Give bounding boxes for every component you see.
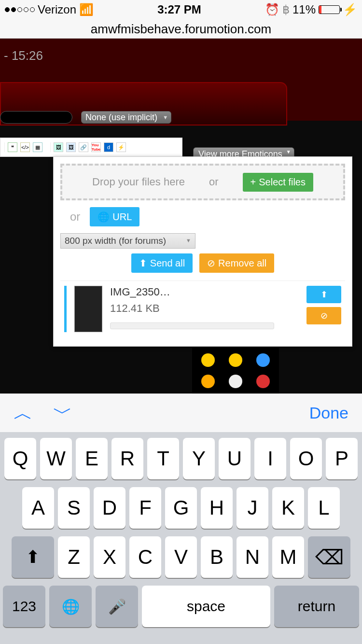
key-c[interactable]: C	[129, 536, 161, 578]
alarm-icon: ⏰	[265, 3, 279, 16]
send-all-button[interactable]: ⬆ Send all	[131, 253, 193, 273]
battery-icon	[319, 5, 340, 14]
file-accent-bar	[64, 286, 67, 332]
key-t[interactable]: T	[147, 438, 179, 479]
key-q[interactable]: Q	[4, 438, 36, 479]
key-r[interactable]: R	[111, 438, 143, 479]
globe-icon: 🌐	[62, 598, 80, 615]
youtube-icon[interactable]: YouTube	[91, 142, 101, 152]
numbers-key[interactable]: 123	[3, 586, 45, 627]
keyboard: QWERTYUIOP ASDFGHJKL ⬆ ZXCVBNM⌫ 123 🌐 🎤 …	[0, 432, 362, 644]
key-m[interactable]: M	[272, 536, 304, 578]
post-timestamp: - 15:26	[4, 48, 43, 63]
battery-percent: 11%	[292, 3, 316, 16]
clock: 3:27 PM	[157, 3, 201, 16]
charging-icon: ⚡	[343, 3, 357, 16]
emoji-sun[interactable]	[201, 375, 215, 388]
backspace-icon: ⌫	[315, 546, 344, 569]
key-o[interactable]: O	[290, 438, 322, 479]
cancel-icon: ⊘	[320, 310, 328, 321]
address-bar[interactable]: amwfmisbehave.forumotion.com	[0, 19, 362, 39]
or-label-2: or	[70, 210, 80, 224]
file-name: IMG_2350…	[110, 286, 299, 298]
upload-file-button[interactable]: ⬆	[306, 286, 341, 303]
next-field-button[interactable]: ﹀	[53, 400, 72, 426]
title-input[interactable]	[0, 111, 72, 124]
key-v[interactable]: V	[165, 536, 197, 578]
resize-select[interactable]: 800 px width (for forums)	[60, 233, 195, 249]
or-label: or	[209, 176, 219, 188]
key-u[interactable]: U	[219, 438, 251, 479]
emoji-sleep[interactable]	[256, 353, 270, 367]
key-d[interactable]: D	[94, 487, 125, 529]
editor-toolbar: ❝ </> ▦ 🖼 🖼 🔗 YouTube d ⚡	[0, 138, 182, 157]
emoji-smile[interactable]	[201, 353, 215, 367]
remove-file-button[interactable]: ⊘	[306, 307, 341, 324]
host-image-icon[interactable]: 🖼	[66, 142, 76, 152]
mic-icon: 🎤	[108, 598, 126, 615]
dropzone-label: Drop your files here	[92, 176, 185, 188]
dailymotion-icon[interactable]: d	[104, 142, 113, 152]
status-bar: Verizon 📶 3:27 PM ⏰ ฿ 11% ⚡	[0, 0, 362, 19]
shift-key[interactable]: ⬆	[12, 536, 54, 578]
select-files-button[interactable]: + Select files	[243, 173, 313, 192]
key-b[interactable]: B	[201, 536, 233, 578]
remove-all-label: Remove all	[218, 258, 266, 269]
key-x[interactable]: X	[94, 536, 125, 578]
key-g[interactable]: G	[165, 487, 197, 529]
color-select[interactable]: None (use implicit)	[81, 111, 171, 124]
plus-icon: +	[251, 177, 256, 188]
upload-icon: ⬆	[139, 257, 147, 269]
key-z[interactable]: Z	[58, 536, 90, 578]
key-e[interactable]: E	[76, 438, 108, 479]
key-j[interactable]: J	[237, 487, 268, 529]
url-button-label: URL	[112, 211, 132, 223]
send-all-label: Send all	[150, 258, 185, 269]
mic-key[interactable]: 🎤	[96, 586, 138, 627]
url-button[interactable]: 🌐 URL	[90, 207, 139, 226]
prev-field-button[interactable]: ︿	[14, 400, 33, 426]
flash-icon[interactable]: ⚡	[116, 142, 126, 152]
file-size: 112.41 KB	[110, 302, 299, 315]
key-h[interactable]: H	[201, 487, 233, 529]
file-item: IMG_2350… 112.41 KB ⬆ ⊘	[60, 280, 345, 337]
upload-modal: Drop your files here or + Select files o…	[53, 156, 352, 347]
globe-key[interactable]: 🌐	[49, 586, 92, 627]
key-s[interactable]: S	[58, 487, 90, 529]
globe-icon: 🌐	[97, 211, 110, 223]
emoticons-panel	[192, 348, 279, 393]
signal-strength-icon	[5, 7, 35, 12]
image-icon[interactable]: 🖼	[54, 142, 63, 152]
return-key[interactable]: return	[274, 586, 359, 627]
emoji-shock[interactable]	[229, 375, 242, 388]
key-y[interactable]: Y	[183, 438, 215, 479]
key-k[interactable]: K	[272, 487, 304, 529]
emoji-grin[interactable]	[229, 353, 242, 367]
key-p[interactable]: P	[326, 438, 358, 479]
key-i[interactable]: I	[254, 438, 286, 479]
cancel-icon: ⊘	[207, 257, 215, 269]
quote-icon[interactable]: ❝	[8, 142, 17, 152]
code-icon[interactable]: </>	[20, 142, 30, 152]
backspace-key[interactable]: ⌫	[308, 536, 350, 578]
keyboard-accessory: ︿ ﹀ Done	[0, 393, 362, 432]
table-icon[interactable]: ▦	[33, 142, 42, 152]
shift-icon: ⬆	[26, 547, 40, 567]
space-key[interactable]: space	[142, 586, 270, 627]
file-thumbnail	[74, 286, 102, 332]
upload-icon: ⬆	[320, 289, 328, 300]
carrier-label: Verizon	[38, 3, 76, 16]
remove-all-button[interactable]: ⊘ Remove all	[199, 253, 274, 273]
key-l[interactable]: L	[308, 487, 340, 529]
key-w[interactable]: W	[40, 438, 72, 479]
progress-bar	[110, 322, 274, 329]
key-f[interactable]: F	[129, 487, 161, 529]
key-n[interactable]: N	[237, 536, 268, 578]
wifi-icon: 📶	[79, 3, 94, 16]
web-content: - 15:26 None (use implicit) ❝ </> ▦ 🖼 🖼 …	[0, 39, 362, 393]
key-a[interactable]: A	[22, 487, 54, 529]
emoji-tomato[interactable]	[256, 375, 270, 388]
done-button[interactable]: Done	[309, 404, 348, 422]
link-icon[interactable]: 🔗	[79, 142, 88, 152]
dropzone[interactable]: Drop your files here or + Select files	[60, 164, 345, 200]
